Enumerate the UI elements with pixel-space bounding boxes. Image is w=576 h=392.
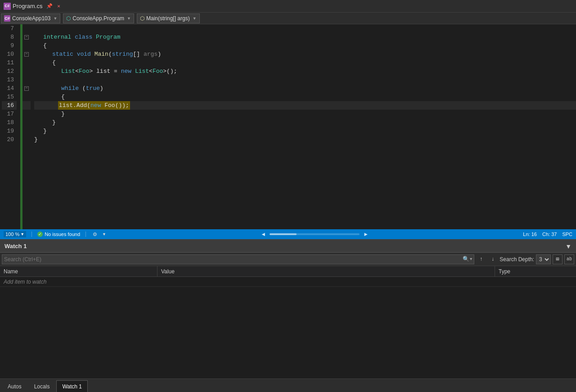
status-right: Ln: 16 Ch: 37 SPC [523,232,572,237]
nav-bar: C# ConsoleApp103 ▼ ⬡ ConsoleApp.Program … [0,13,576,24]
search-button[interactable]: 🔍 ▼ [463,256,472,263]
code-line-7 [34,24,576,33]
title-filename: Program.cs [13,3,42,9]
scroll-indicator [270,233,360,235]
annotation-icon[interactable]: ⚙ [91,231,99,238]
code-line-8: internal class Program [34,33,576,41]
project-dropdown[interactable]: C# ConsoleApp103 ▼ [1,13,60,23]
prev-arrow[interactable]: ◄ [261,231,266,237]
cs-nav-icon: C# [4,15,10,22]
watch-body[interactable]: Add item to watch [0,277,576,379]
namespace-dropdown[interactable]: ⬡ ConsoleApp.Program ▼ [63,13,134,23]
next-arrow[interactable]: ► [363,231,369,237]
encoding-info: SPC [562,232,572,237]
pin-icon[interactable]: 📌 [46,3,53,10]
col-value-header: Value [158,266,495,276]
code-line-13 [34,76,576,84]
code-line-12: List<Foo> list = new List<Foo>(); [34,67,576,76]
code-line-18: } [34,118,576,127]
zoom-control[interactable]: 100 % ▼ [4,231,26,237]
close-icon[interactable]: ✕ [55,3,62,10]
status-middle: ◄ ► [110,231,519,237]
zoom-arrow: ▼ [20,232,24,236]
method-dropdown[interactable]: ⬡ Main(string[] args) ▼ [137,13,200,23]
editor-area: 7 8 9 10 11 12 13 14 15 16 17 18 19 20 −… [0,24,576,229]
method-name: Main(string[] args) [146,15,190,22]
debug-arrow: ➡ [31,101,31,110]
project-dropdown-arrow: ▼ [53,16,57,21]
cs-file-icon: C# [4,3,11,10]
issues-text: No issues found [45,232,80,237]
code-line-10: static void Main(string[] args) [34,50,576,58]
scroll-thumb [270,233,297,235]
line-numbers: 7 8 9 10 11 12 13 14 15 16 17 18 19 20 [0,24,20,229]
col-info: Ch: 37 [542,232,557,237]
namespace-icon: ⬡ [66,15,71,22]
status-bar: 100 % ▼ ✓ No issues found ⚙ ▼ ◄ ► Ln: 16… [0,229,576,239]
namespace-name: ConsoleApp.Program [72,15,124,22]
code-line-17: } [34,110,576,118]
search-input[interactable] [4,256,461,263]
watch-toolbar: 🔍 ▼ ↑ ↓ Search Depth: 3 1 2 4 5 ⊞ ab [0,253,576,266]
bottom-tabs: Autos Locals Watch 1 [0,379,576,392]
code-line-9: { [34,41,576,50]
title-bar: C# Program.cs 📌 ✕ [0,0,576,13]
collapse-14[interactable]: − [22,84,31,93]
add-item-row[interactable]: Add item to watch [0,277,576,287]
search-dropdown-arrow: ▼ [470,257,472,262]
project-name: ConsoleApp103 [12,15,50,22]
watch-panel: Watch 1 ▼ 🔍 ▼ ↑ ↓ Search Depth: 3 1 2 4 … [0,239,576,379]
status-divider-1 [32,232,32,237]
zoom-level: 100 % [5,232,19,237]
search-icon: 🔍 [463,256,469,263]
line-info: Ln: 16 [523,232,537,237]
depth-select[interactable]: 3 1 2 4 5 [536,254,551,264]
namespace-dropdown-arrow: ▼ [127,16,131,21]
watch-column-headers: Name Value Type [0,266,576,277]
search-box[interactable]: 🔍 ▼ [2,254,474,264]
watch-title: Watch 1 [4,243,27,249]
tab-watch1[interactable]: Watch 1 [56,380,88,392]
code-line-20: } [34,135,576,144]
code-line-19: } [34,127,576,135]
tab-autos[interactable]: Autos [2,380,27,392]
tab-locals[interactable]: Locals [28,380,56,392]
add-item-text: Add item to watch [4,279,46,285]
code-line-11: { [34,58,576,67]
watch-collapse-btn[interactable]: ▼ [565,243,572,250]
issues-icon: ✓ [37,232,43,237]
col-name-header: Name [0,266,158,276]
depth-label: Search Depth: [500,256,534,263]
code-line-15: { [34,93,576,101]
code-content[interactable]: internal class Program { static void Mai… [31,24,576,229]
expand-btn[interactable]: ab [564,254,574,264]
collapse-8[interactable]: − [22,33,31,41]
code-line-16: ➡ list.Add(new Foo()); [34,101,576,110]
watch-header: Watch 1 ▼ [0,240,576,253]
col-type-header: Type [495,266,576,276]
code-gutter: − − − [22,24,31,229]
code-line-14: while (true) [34,84,576,93]
sort-desc-btn[interactable]: ↓ [488,254,498,264]
method-dropdown-arrow: ▼ [193,16,197,21]
issues-indicator[interactable]: ✓ No issues found [37,232,80,237]
format-btn[interactable]: ⊞ [553,254,562,264]
sort-asc-btn[interactable]: ↑ [476,254,486,264]
code-container: 7 8 9 10 11 12 13 14 15 16 17 18 19 20 −… [0,24,576,229]
method-icon: ⬡ [140,15,144,22]
annotation-arrow: ▼ [102,232,106,236]
collapse-10[interactable]: − [22,50,31,58]
status-divider-2 [86,232,86,237]
